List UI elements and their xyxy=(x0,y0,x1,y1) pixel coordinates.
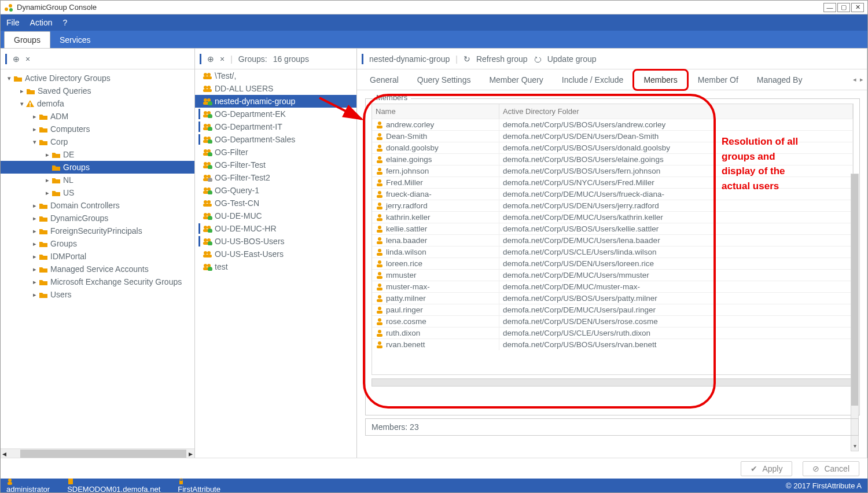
tree-item[interactable]: ▸ADM xyxy=(1,110,194,123)
table-row[interactable]: patty.milnerdemofa.net/Corp/US/BOS/Users… xyxy=(372,292,853,304)
tree-item[interactable]: ▸DynamicGroups xyxy=(1,212,194,225)
group-item[interactable]: OG-Filter-Test xyxy=(195,159,356,171)
maintab-groups[interactable]: Groups xyxy=(4,31,50,48)
detail-tab-managed-by[interactable]: Managed By xyxy=(748,71,812,89)
tree-item[interactable]: Groups xyxy=(1,161,194,174)
expand-arrow-icon[interactable]: ▸ xyxy=(31,113,39,120)
expand-arrow-icon[interactable]: ▾ xyxy=(18,100,26,108)
expand-arrow-icon[interactable]: ▸ xyxy=(31,240,39,248)
maintab-services[interactable]: Services xyxy=(50,32,100,48)
cancel-button[interactable]: ⊘ Cancel xyxy=(803,461,859,476)
expand-arrow-icon[interactable]: ▸ xyxy=(31,126,39,133)
table-row[interactable]: linda.wilsondemofa.net/Corp/US/CLE/Users… xyxy=(372,246,853,257)
group-item[interactable]: OG-Query-1 xyxy=(195,184,356,197)
refresh-group-button[interactable]: Refresh group xyxy=(476,54,528,64)
detail-tab-member-query[interactable]: Member Query xyxy=(480,71,552,89)
groups-list[interactable]: \Test/,DD-ALL USERSnested-dynamic-groupO… xyxy=(195,69,356,458)
table-header[interactable]: Name Active Directory Folder xyxy=(372,104,853,119)
detail-tab-general[interactable]: General xyxy=(361,71,408,89)
expand-arrow-icon[interactable]: ▸ xyxy=(31,253,39,260)
table-row[interactable]: jerry.radforddemofa.net/Corp/US/DEN/User… xyxy=(372,200,853,211)
group-item[interactable]: OU-US-East-Users xyxy=(195,248,356,260)
expand-arrow-icon[interactable]: ▸ xyxy=(43,151,52,159)
group-item[interactable]: \Test/, xyxy=(195,69,356,82)
table-row[interactable]: kathrin.kellerdemofa.net/Corp/DE/MUC/Use… xyxy=(372,211,853,223)
group-item[interactable]: nested-dynamic-group xyxy=(195,95,356,108)
table-row[interactable]: frueck-diana-demofa.net/Corp/DE/MUC/User… xyxy=(372,188,853,200)
minimize-button[interactable]: — xyxy=(823,3,836,12)
col-folder[interactable]: Active Directory Folder xyxy=(499,104,853,119)
table-row[interactable]: ruth.dixondemofa.net/Corp/US/CLE/Users/r… xyxy=(372,327,853,339)
table-row[interactable]: Fred.Millerdemofa.net/Corp/US/NYC/Users/… xyxy=(372,176,853,188)
tree-item[interactable]: ▾Corp xyxy=(1,135,194,148)
expand-arrow-icon[interactable]: ▸ xyxy=(31,278,39,286)
group-item[interactable]: OG-Filter xyxy=(195,146,356,159)
tree-item[interactable]: ▾Active Directory Groups xyxy=(1,72,194,84)
table-row[interactable]: kellie.sattlerdemofa.net/Corp/US/BOS/Use… xyxy=(372,223,853,234)
tree-h-scrollbar[interactable]: ◂ ▸ xyxy=(1,448,194,458)
table-row[interactable]: rvan.benettdemofa.net/Corp/US/BOS/Users/… xyxy=(372,339,853,350)
table-row[interactable]: andrew.corleydemofa.net/Corp/US/BOS/User… xyxy=(372,119,853,130)
tree-item[interactable]: ▸NL xyxy=(1,174,194,186)
table-v-scrollbar[interactable]: ▾ xyxy=(851,174,859,451)
update-group-button[interactable]: Update group xyxy=(547,54,597,64)
expand-arrow-icon[interactable]: ▸ xyxy=(43,189,52,197)
table-body[interactable]: andrew.corleydemofa.net/Corp/US/BOS/User… xyxy=(372,119,853,374)
table-row[interactable]: lena.baaderdemofa.net/Corp/DE/MUC/Users/… xyxy=(372,234,853,246)
apply-button[interactable]: ✔ Apply xyxy=(741,461,792,476)
group-item[interactable]: test xyxy=(195,260,356,273)
col-name[interactable]: Name xyxy=(372,104,499,119)
tree-item[interactable]: ▸Saved Queries xyxy=(1,84,194,97)
expand-arrow-icon[interactable]: ▸ xyxy=(31,215,39,222)
table-row[interactable]: fern.johnsondemofa.net/Corp/US/BOS/Users… xyxy=(372,165,853,176)
expand-arrow-icon[interactable]: ▸ xyxy=(43,176,52,184)
expand-arrow-icon[interactable]: ▾ xyxy=(5,75,13,82)
table-row[interactable]: mmusterdemofa.net/Corp/DE/MUC/Users/mmus… xyxy=(372,269,853,281)
table-row[interactable]: paul.ringerdemofa.net/Corp/DE/MUC/Users/… xyxy=(372,304,853,315)
group-item[interactable]: OG-Test-CN xyxy=(195,197,356,209)
table-row[interactable]: loreen.ricedemofa.net/Corp/US/DEN/Users/… xyxy=(372,257,853,269)
tab-pagers[interactable]: ◂ ▸ xyxy=(853,76,863,83)
close-window-button[interactable]: ✕ xyxy=(851,3,864,12)
tree-body[interactable]: ▾Active Directory Groups▸Saved Queries▾d… xyxy=(1,69,194,448)
tree-item[interactable]: ▸Domain Controllers xyxy=(1,199,194,212)
detail-tab-include-exclude[interactable]: Include / Exclude xyxy=(553,71,633,89)
table-row[interactable]: rose.cosmedemofa.net/Corp/US/DEN/Users/r… xyxy=(372,315,853,327)
tree-item[interactable]: ▸Users xyxy=(1,288,194,301)
expand-arrow-icon[interactable]: ▸ xyxy=(31,291,39,299)
expand-arrow-icon[interactable]: ▸ xyxy=(31,266,39,273)
table-row[interactable]: Dean-Smithdemofa.net/Corp/US/DEN/Users/D… xyxy=(372,130,853,142)
table-row[interactable]: muster-max-demofa.net/Corp/DE/MUC/muster… xyxy=(372,281,853,292)
expand-arrow-icon[interactable]: ▾ xyxy=(31,138,39,146)
tree-item[interactable]: ▾demofa xyxy=(1,97,194,110)
tree-item[interactable]: ▸Computers xyxy=(1,123,194,135)
table-row[interactable]: donald.goolsbydemofa.net/Corp/US/BOS/Use… xyxy=(372,142,853,153)
table-row[interactable]: elaine.goingsdemofa.net/Corp/US/BOS/User… xyxy=(372,153,853,165)
maximize-button[interactable]: ▢ xyxy=(837,3,850,12)
detail-tab-query-settings[interactable]: Query Settings xyxy=(408,71,480,89)
tree-item[interactable]: ▸IDMPortal xyxy=(1,250,194,263)
group-item[interactable]: OU-US-BOS-Users xyxy=(195,235,356,248)
tree-item[interactable]: ▸Groups xyxy=(1,237,194,250)
table-h-scrollbar[interactable] xyxy=(372,378,854,387)
group-item[interactable]: OG-Department-Sales xyxy=(195,133,356,146)
group-item[interactable]: OG-Department-EK xyxy=(195,108,356,120)
expand-arrow-icon[interactable]: ▸ xyxy=(31,202,39,209)
menu-?[interactable]: ? xyxy=(62,18,67,27)
group-item[interactable]: OU-DE-MUC xyxy=(195,209,356,222)
tree-item[interactable]: ▸Managed Service Accounts xyxy=(1,263,194,275)
tree-item[interactable]: ▸US xyxy=(1,186,194,199)
group-item[interactable]: OU-DE-MUC-HR xyxy=(195,222,356,235)
tree-item[interactable]: ▸Microsoft Exchange Security Groups xyxy=(1,275,194,288)
add-tree-button[interactable]: ⊕ xyxy=(13,54,20,64)
tree-item[interactable]: ▸DE xyxy=(1,148,194,161)
detail-tab-members[interactable]: Members xyxy=(632,69,688,91)
menu-action[interactable]: Action xyxy=(30,18,53,27)
group-item[interactable]: OG-Department-IT xyxy=(195,120,356,133)
expand-arrow-icon[interactable]: ▸ xyxy=(18,87,26,95)
expand-arrow-icon[interactable]: ▸ xyxy=(31,227,39,235)
close-tree-button[interactable]: × xyxy=(25,54,30,64)
detail-tab-member-of[interactable]: Member Of xyxy=(689,71,748,89)
menu-file[interactable]: File xyxy=(6,18,20,27)
close-group-button[interactable]: × xyxy=(220,54,225,64)
